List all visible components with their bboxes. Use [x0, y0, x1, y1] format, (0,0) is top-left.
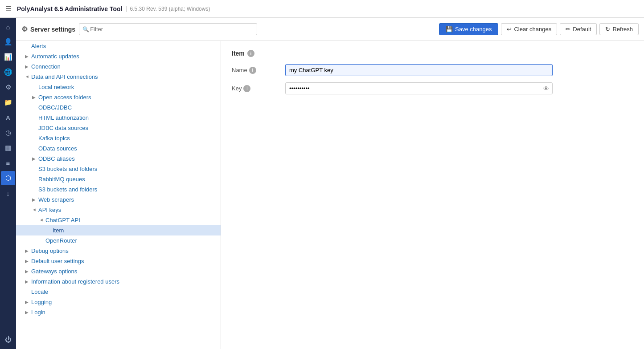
arrow-icon: ▶	[25, 269, 29, 274]
tree-automatic-updates[interactable]: ▶ Automatic updates	[16, 51, 221, 61]
nav-download[interactable]: ↓	[1, 186, 15, 200]
panel-title: Item i	[232, 50, 633, 57]
undo-icon: ↩	[507, 26, 512, 32]
refresh-label: Refresh	[612, 26, 633, 32]
tree-s3-2[interactable]: S3 buckets and folders	[16, 184, 221, 195]
nav-folder[interactable]: 📁	[1, 95, 15, 110]
tree-connection[interactable]: ▶ Connection	[16, 61, 221, 72]
tree-jdbc-sources[interactable]: JDBC data sources	[16, 123, 221, 133]
tree-s3-1[interactable]: S3 buckets and folders	[16, 164, 221, 174]
gear-icon: ⚙	[21, 25, 28, 33]
nav-users[interactable]: 👤	[1, 35, 15, 49]
search-icon: 🔍	[82, 26, 89, 32]
key-input[interactable]	[285, 82, 553, 94]
arrow-icon: ▼	[32, 208, 37, 212]
toggle-key-visibility[interactable]: 👁	[543, 85, 549, 92]
tree-gateways[interactable]: ▶ Gateways options	[16, 266, 221, 276]
name-info-icon[interactable]: i	[249, 67, 256, 74]
tree-kafka[interactable]: Kafka topics	[16, 133, 221, 143]
arrow-icon: ▶	[25, 310, 29, 315]
toolbar-right: 💾 Save changes ↩ Clear changes ✏ Default…	[439, 23, 639, 35]
nav-puzzle[interactable]: ⚙	[1, 80, 15, 94]
tree-data-api[interactable]: ▼ Data and API connections	[16, 72, 221, 82]
refresh-icon: ↻	[605, 26, 610, 32]
nav-translate[interactable]: A	[1, 110, 15, 125]
right-panel: Item i Name i Key i	[221, 41, 644, 349]
arrow-icon: ▶	[25, 64, 29, 69]
app-title: PolyAnalyst 6.5 Administrative Tool	[17, 5, 123, 12]
name-label: Name i	[232, 67, 285, 74]
tree-default-user[interactable]: ▶ Default user settings	[16, 256, 221, 266]
tree-login[interactable]: ▶ Login	[16, 307, 221, 317]
tree-odbc-aliases[interactable]: ▶ ODBC aliases	[16, 154, 221, 164]
arrow-icon: ▼	[25, 75, 30, 79]
refresh-button[interactable]: ↻ Refresh	[599, 23, 639, 35]
icon-sidebar: ⌂ 👤 📊 🌐 ⚙ 📁 A ◷ ▦ ≡ ⬡ ↓ ⏻	[0, 18, 16, 349]
key-label: Key i	[232, 85, 285, 92]
panel-title-text: Item	[232, 50, 245, 57]
tree-local-network[interactable]: Local network	[16, 82, 221, 92]
key-row: Key i 👁	[232, 82, 633, 94]
name-row: Name i	[232, 64, 633, 76]
arrow-icon: ▶	[32, 197, 37, 202]
settings-title: Server settings	[30, 26, 75, 33]
nav-globe[interactable]: 🌐	[1, 65, 15, 79]
tree-registered-users[interactable]: ▶ Information about registered users	[16, 276, 221, 287]
save-label: Save changes	[455, 26, 492, 32]
tree-locale[interactable]: Locale	[16, 287, 221, 297]
nav-network[interactable]: ⬡	[1, 171, 15, 185]
name-input[interactable]	[285, 64, 553, 76]
tree-debug[interactable]: ▶ Debug options	[16, 246, 221, 256]
tree-openrouter[interactable]: OpenRouter	[16, 235, 221, 246]
nav-clock[interactable]: ◷	[1, 126, 15, 140]
tree-open-access[interactable]: ▶ Open access folders	[16, 92, 221, 102]
split-panel: Alerts ▶ Automatic updates ▶ Connection …	[16, 41, 644, 349]
nav-power[interactable]: ⏻	[1, 332, 15, 346]
app-version: 6.5.30 Rev. 539 (alpha; Windows)	[126, 6, 210, 12]
tree-item[interactable]: Item	[16, 225, 221, 235]
toolbar-left: ⚙ Server settings	[21, 25, 75, 33]
info-icon[interactable]: i	[247, 50, 254, 57]
nav-list[interactable]: ≡	[1, 156, 15, 170]
tree-html-auth[interactable]: HTML authorization	[16, 113, 221, 123]
key-info-icon[interactable]: i	[243, 85, 250, 92]
main-layout: ⌂ 👤 📊 🌐 ⚙ 📁 A ◷ ▦ ≡ ⬡ ↓ ⏻ ⚙ Server setti…	[0, 18, 644, 349]
tree-odbc-jdbc[interactable]: ODBC/JDBC	[16, 102, 221, 113]
arrow-icon: ▶	[25, 54, 29, 59]
arrow-icon: ▶	[25, 259, 29, 264]
clear-label: Clear changes	[514, 26, 551, 32]
save-icon: 💾	[446, 26, 453, 32]
default-label: Default	[573, 26, 591, 32]
arrow-icon: ▼	[39, 218, 44, 223]
tree-sidebar: Alerts ▶ Automatic updates ▶ Connection …	[16, 41, 221, 349]
settings-label: ⚙ Server settings	[21, 25, 75, 33]
arrow-icon: ▶	[25, 279, 29, 284]
tree-rabbitmq[interactable]: RabbitMQ queues	[16, 174, 221, 184]
nav-home[interactable]: ⌂	[1, 20, 15, 34]
tree-odata[interactable]: OData sources	[16, 143, 221, 154]
filter-input[interactable]	[79, 23, 257, 35]
arrow-icon: ▶	[25, 248, 29, 253]
filter-wrap: 🔍	[79, 23, 257, 35]
save-button[interactable]: 💾 Save changes	[439, 23, 498, 35]
tree-logging[interactable]: ▶ Logging	[16, 297, 221, 307]
arrow-icon: ▶	[25, 300, 29, 304]
toolbar: ⚙ Server settings 🔍 💾 Save changes ↩ Cle…	[16, 18, 644, 41]
title-bar: ☰ PolyAnalyst 6.5 Administrative Tool 6.…	[0, 0, 644, 18]
tree-web-scrapers[interactable]: ▶ Web scrapers	[16, 195, 221, 205]
hamburger-menu[interactable]: ☰	[5, 4, 12, 13]
nav-barchart[interactable]: ▦	[1, 141, 15, 155]
clear-button[interactable]: ↩ Clear changes	[501, 23, 557, 35]
tree-alerts[interactable]: Alerts	[16, 41, 221, 51]
arrow-icon: ▶	[32, 95, 37, 100]
nav-chart[interactable]: 📊	[1, 50, 15, 64]
edit-icon: ✏	[566, 26, 570, 32]
tree-chatgpt-api[interactable]: ▼ ChatGPT API	[16, 215, 221, 225]
default-button[interactable]: ✏ Default	[560, 23, 597, 35]
key-input-wrap: 👁	[285, 82, 553, 94]
content-area: ⚙ Server settings 🔍 💾 Save changes ↩ Cle…	[16, 18, 644, 349]
arrow-icon: ▶	[32, 156, 37, 161]
tree-api-keys[interactable]: ▼ API keys	[16, 205, 221, 215]
